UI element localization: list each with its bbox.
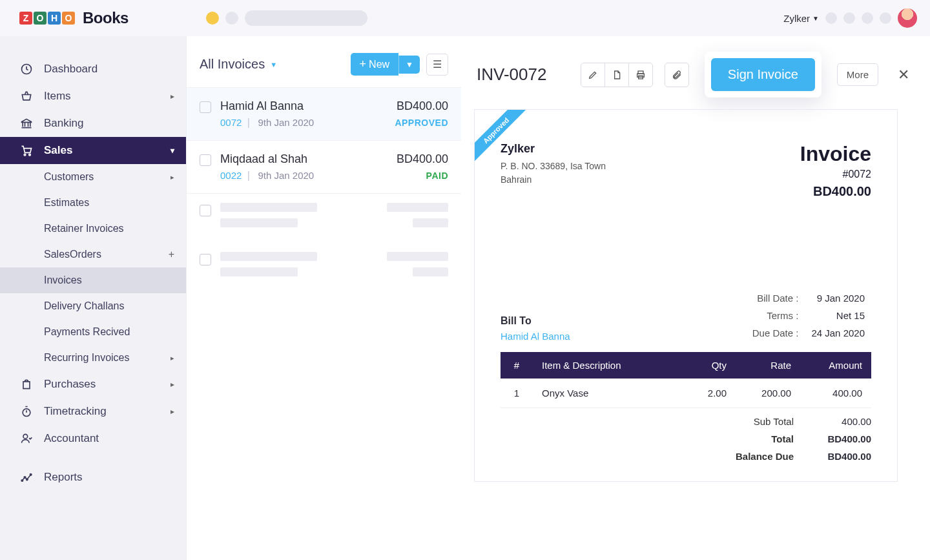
svg-point-5 [21,480,23,482]
pdf-button[interactable] [604,63,629,87]
chevron-right-icon: ▸ [170,407,174,416]
subnav-customers[interactable]: Customers ▸ [0,164,186,190]
invoice-row[interactable]: Hamid Al Banna BD400.00 0072 | 9th Jan 2… [187,88,461,141]
row-checkbox[interactable] [200,154,211,166]
nav-reports[interactable]: Reports [0,464,186,491]
row-checkbox[interactable] [200,205,211,216]
logo-tile-z: Z [19,12,32,25]
row-checkbox[interactable] [200,254,211,265]
subnav-sales-orders[interactable]: SalesOrders + [0,242,186,267]
invoice-row[interactable]: Miqdaad al Shah BD400.00 0022 | 9th Jan … [187,141,461,194]
chevron-right-icon: ▸ [170,173,174,181]
col-item: Item & Description [533,352,684,379]
dot-icon [206,12,219,25]
topbar-icon-placeholder[interactable] [825,12,837,24]
subtotal-label: Sub Total [723,416,794,427]
invoice-date: 9th Jan 2020 [258,170,314,181]
basket-icon [19,89,34,103]
totals-block: Sub Total400.00 TotalBD400.00 Balance Du… [501,416,871,462]
doc-title-block: Invoice #0072 BD400.00 [800,142,871,199]
from-address-line: Bahrain [501,173,606,187]
accountant-icon [19,431,34,446]
balance-value: BD400.00 [813,451,871,462]
nav-timetracking[interactable]: Timetracking ▸ [0,398,186,425]
doc-type: Invoice [800,142,871,166]
doc-total: BD400.00 [800,184,871,199]
chevron-right-icon: ▸ [170,380,174,389]
topbar-icon-placeholder[interactable] [880,12,891,24]
paperclip-icon [672,70,682,80]
logo: Z O H O Books [19,9,129,27]
item-qty: 2.00 [684,379,736,408]
nav-sales[interactable]: Sales ▾ [0,137,186,164]
dot-icon [225,12,238,25]
new-invoice-button[interactable]: + New [351,53,399,76]
edit-button[interactable] [581,63,605,87]
search-placeholder[interactable] [245,10,367,26]
svg-point-6 [24,477,26,479]
nav-label: Banking [44,117,83,130]
nav-label: Items [44,90,71,103]
attachment-button[interactable] [665,63,689,87]
billto-name[interactable]: Hamid Al Banna [501,331,570,342]
pencil-icon [588,70,598,80]
invoice-meta-table: Bill Date :9 Jan 2020 Terms :Net 15 Due … [746,289,871,342]
meta-value: 24 Jan 2020 [805,324,871,342]
subnav-estimates[interactable]: Estimates [0,190,186,216]
timer-icon [19,404,34,419]
topbar-right: Zylker ▼ [783,8,917,28]
app-name: Books [83,9,129,27]
subnav-recurring-invoices[interactable]: Recurring Invoices ▸ [0,345,186,371]
subnav-label: SalesOrders [44,249,101,260]
topbar-icon-placeholder[interactable] [843,12,855,24]
subnav-label: Invoices [44,275,82,286]
item-n: 1 [501,379,533,408]
svg-point-7 [26,479,28,481]
plus-icon[interactable]: + [169,249,174,260]
line-items-table: # Item & Description Qty Rate Amount 1 O… [501,352,871,408]
logo-tile-h: H [48,12,61,25]
list-header: All Invoices ▼ + New ▼ ☰ [187,36,461,88]
org-switcher[interactable]: Zylker ▼ [783,13,819,24]
user-avatar[interactable] [898,8,917,28]
detail-title: INV-0072 [477,65,574,85]
list-title-text: All Invoices [200,57,265,72]
meta-label: Due Date : [746,324,805,342]
list-title-dropdown[interactable]: All Invoices ▼ [200,57,277,72]
more-button[interactable]: More [837,63,878,86]
new-invoice-dropdown[interactable]: ▼ [398,56,420,74]
close-button[interactable]: ✕ [893,64,914,86]
nav-purchases[interactable]: Purchases ▸ [0,371,186,398]
print-button[interactable] [628,63,653,87]
subnav-label: Estimates [44,197,89,209]
subnav-retainer-invoices[interactable]: Retainer Invoices [0,216,186,242]
subnav-payments-received[interactable]: Payments Recived [0,319,186,345]
item-name: Onyx Vase [533,379,684,408]
nav-label: Purchases [44,378,96,391]
nav-dashboard[interactable]: Dashboard [0,56,186,83]
sign-invoice-button[interactable]: Sign Invoice [711,58,815,91]
action-icon-group [581,63,653,87]
total-label: Total [723,433,794,444]
topbar-icon-placeholder[interactable] [862,12,873,24]
detail-header: INV-0072 Sign Invoice More ✕ [461,36,930,109]
subnav-invoices[interactable]: Invoices [0,267,186,293]
col-amount: Amount [800,352,871,379]
invoice-list-panel: All Invoices ▼ + New ▼ ☰ Hamid Al Banna … [186,36,461,560]
invoice-status: APPROVED [395,118,448,128]
row-checkbox[interactable] [200,101,211,113]
total-value: BD400.00 [813,433,871,444]
topbar-placeholder-group [206,10,367,26]
nav-accountant[interactable]: Accountant [0,425,186,452]
nav-banking[interactable]: Banking [0,110,186,137]
invoice-customer: Miqdaad al Shah [220,152,307,166]
dashboard-icon [19,62,34,76]
subnav-delivery-challans[interactable]: Delivery Challans [0,293,186,319]
meta-value: Net 15 [805,307,871,324]
svg-point-2 [29,154,31,156]
close-icon: ✕ [898,67,909,83]
subtotal-value: 400.00 [813,416,871,427]
list-menu-button[interactable]: ☰ [426,54,448,76]
line-item-row: 1 Onyx Vase 2.00 200.00 400.00 [501,379,871,408]
nav-items[interactable]: Items ▸ [0,83,186,110]
